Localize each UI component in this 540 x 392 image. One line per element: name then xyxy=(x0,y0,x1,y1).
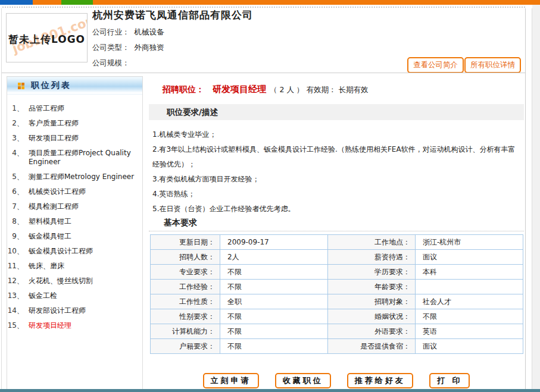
sidebar-item-13[interactable]: 13、钣金工检 xyxy=(7,288,142,303)
item-label: 机械类设计工程师 xyxy=(29,187,140,196)
all-positions-button[interactable]: 所有职位详情 xyxy=(464,57,521,73)
topbar-segment-green xyxy=(61,0,93,5)
posting-validity-value: 长期有效 xyxy=(338,85,368,95)
print-button[interactable]: 打 印 xyxy=(429,373,470,388)
field-value xyxy=(416,280,523,294)
company-scale-label: 公司规模： xyxy=(92,58,130,67)
job-list: 1、品管工程师 2、客户质量工程师 3、研发项目工程师 4、项目质量工程师Pro… xyxy=(7,95,142,333)
view-company-intro-button[interactable]: 查看公司简介 xyxy=(407,57,464,73)
posting-label: 招聘职位： xyxy=(163,84,204,95)
sidebar-item-15-active[interactable]: 15、研发项目经理 xyxy=(7,318,142,333)
item-label: 客户质量工程师 xyxy=(29,119,140,128)
field-label: 工作地点： xyxy=(328,235,416,250)
field-value: 不限 xyxy=(220,309,328,324)
sidebar-item-7[interactable]: 7、模具检测工程师 xyxy=(7,199,142,214)
item-label: 模具检测工程师 xyxy=(29,202,140,211)
sidebar-item-4[interactable]: 4、项目质量工程师Project Quality Engineer xyxy=(7,146,142,170)
company-type-value: 外商独资 xyxy=(135,43,164,52)
item-number: 9、 xyxy=(7,232,29,241)
field-label: 工作经验： xyxy=(151,280,220,294)
scrollbar-track[interactable] xyxy=(532,5,540,392)
job-detail-main: 招聘职位： 研发项目经理 （ 2 人 ） 有效期： 长期有效 职位要求/描述 1… xyxy=(149,76,524,392)
field-label: 户籍要求： xyxy=(151,339,220,354)
job-description: 1.机械类专业毕业； 2.有3年以上结构设计或塑料模具、钣金模具设计工作经验.（… xyxy=(152,127,520,217)
company-industry-value: 机械设备 xyxy=(135,27,164,36)
sidebar-item-6[interactable]: 6、机械类设计工程师 xyxy=(7,184,142,199)
item-label: 钣金工检 xyxy=(29,291,140,300)
topbar-segment-blue xyxy=(0,0,33,5)
item-number: 15、 xyxy=(7,321,29,330)
job-detail-page: job1001.com 暂未上传LOGO 杭州安费诺飞凤通信部品有限公司 公司行… xyxy=(0,0,540,392)
posting-validity-label: 有效期： xyxy=(306,85,336,95)
sidebar-item-12[interactable]: 12、火花机、慢丝线切割 xyxy=(7,274,142,288)
table-row: 招聘人数： 2人 薪资待遇： 面议 xyxy=(151,250,523,265)
field-value: 不限 xyxy=(220,265,328,280)
table-row: 性别要求： 不限 婚姻状况： 不限 xyxy=(151,309,523,324)
item-label: 项目质量工程师Project Quality Engineer xyxy=(29,149,140,167)
field-value: 社会人才 xyxy=(416,294,523,309)
item-number: 3、 xyxy=(7,134,29,143)
item-label: 研发部设计工程师 xyxy=(29,306,140,315)
table-row: 计算机能力： 不限 外语要求： 英语 xyxy=(151,324,523,339)
job-list-title: 职位列表 xyxy=(31,80,71,91)
field-label: 外语要求： xyxy=(328,324,416,339)
dotted-divider-top xyxy=(2,7,525,8)
recommend-to-friend-button[interactable]: 推荐给好友 xyxy=(347,373,413,388)
description-line: 4.英语熟练； xyxy=(152,187,520,202)
basic-requirements-title: 基本要求 xyxy=(164,218,197,228)
field-label: 婚姻状况： xyxy=(328,309,416,324)
company-industry-row: 公司行业：机械设备 xyxy=(92,27,164,37)
action-buttons: 立刻申请 收藏职位 推荐给好友 打 印 xyxy=(149,373,524,388)
item-label: 品管工程师 xyxy=(29,104,140,113)
table-row: 工作经验： 不限 年龄要求： xyxy=(151,280,523,294)
field-label: 学历要求： xyxy=(328,265,416,280)
sidebar-item-2[interactable]: 2、客户质量工程师 xyxy=(7,116,142,131)
field-value: 2人 xyxy=(220,250,328,265)
field-value: 本科 xyxy=(416,265,523,280)
sidebar-item-14[interactable]: 14、研发部设计工程师 xyxy=(7,303,142,318)
description-line: 5.在日资（台资）企业工作经验者优先考虑。 xyxy=(152,202,520,217)
field-label: 性别要求： xyxy=(151,309,220,324)
dotted-divider-basic xyxy=(149,231,524,231)
job-list-sidebar: 职位列表 1、品管工程师 2、客户质量工程师 3、研发项目工程师 4、项目质量工… xyxy=(7,76,143,392)
item-label: 测量工程师Metrology Engineer xyxy=(29,173,140,181)
field-value: 面议 xyxy=(416,339,523,354)
content-right-border xyxy=(525,8,526,389)
item-number: 7、 xyxy=(7,202,29,211)
company-logo-placeholder: job1001.com 暂未上传LOGO xyxy=(6,13,88,62)
company-scale-row: 公司规模： xyxy=(92,58,135,68)
company-type-label: 公司类型： xyxy=(92,43,130,52)
sidebar-item-5[interactable]: 5、测量工程师Metrology Engineer xyxy=(7,170,142,184)
field-label: 计算机能力： xyxy=(151,324,220,339)
requirements-section-header: 职位要求/描述 xyxy=(149,104,524,120)
item-label: 铣床、磨床 xyxy=(29,262,140,271)
grid-icon xyxy=(18,83,24,89)
basic-requirements-table: 更新日期： 2009-09-17 工作地点： 浙江-杭州市 招聘人数： 2人 薪… xyxy=(150,234,523,354)
table-row: 工作性质： 全职 招聘对象： 社会人才 xyxy=(151,294,523,309)
table-row: 更新日期： 2009-09-17 工作地点： 浙江-杭州市 xyxy=(151,235,523,250)
sidebar-item-11[interactable]: 11、铣床、磨床 xyxy=(7,259,142,274)
field-label: 更新日期： xyxy=(151,235,220,250)
logo-placeholder-text: 暂未上传LOGO xyxy=(7,33,87,46)
posting-title: 研发项目经理 xyxy=(213,84,266,95)
top-color-bar xyxy=(0,0,540,5)
field-value: 全职 xyxy=(220,294,328,309)
item-label: 研发项目经理 xyxy=(29,321,140,330)
field-label: 招聘对象： xyxy=(328,294,416,309)
item-number: 12、 xyxy=(7,277,29,286)
apply-now-button[interactable]: 立刻申请 xyxy=(203,373,259,388)
sidebar-item-10[interactable]: 10、钣金模具设计工程师 xyxy=(7,244,142,259)
item-number: 6、 xyxy=(7,187,29,196)
sidebar-item-3[interactable]: 3、研发项目工程师 xyxy=(7,131,142,146)
sidebar-item-8[interactable]: 8、塑料模具钳工 xyxy=(7,214,142,229)
item-number: 1、 xyxy=(7,104,29,113)
sidebar-item-1[interactable]: 1、品管工程师 xyxy=(7,101,142,116)
description-line: 3.有类似机械方面项目开发经验； xyxy=(152,172,520,187)
field-label: 招聘人数： xyxy=(151,250,220,265)
item-number: 14、 xyxy=(7,306,29,315)
sidebar-item-9[interactable]: 9、钣金模具钳工 xyxy=(7,229,142,244)
footer-bar xyxy=(0,389,540,392)
field-value: 浙江-杭州市 xyxy=(416,235,523,250)
item-number: 11、 xyxy=(7,262,29,271)
favorite-job-button[interactable]: 收藏职位 xyxy=(275,373,331,388)
